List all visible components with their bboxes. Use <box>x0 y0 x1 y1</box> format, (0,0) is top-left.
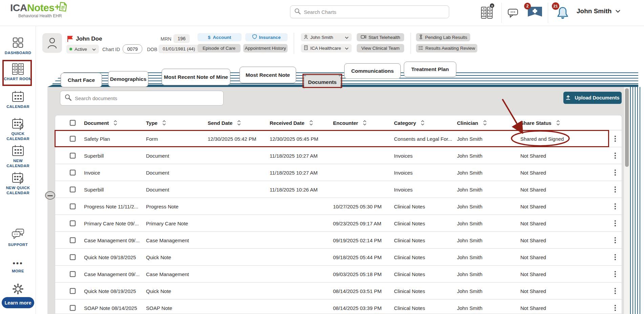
row-checkbox[interactable] <box>70 271 76 277</box>
row-actions-kebab[interactable] <box>612 236 618 245</box>
column-header-send-date[interactable]: Send Date <box>208 120 241 126</box>
row-actions-kebab[interactable] <box>612 219 618 228</box>
chart-id-value[interactable]: 0079 <box>123 44 142 53</box>
file-cabinet-icon <box>0 63 36 75</box>
sidebar-item-more[interactable]: ••• MORE <box>0 260 36 274</box>
patient-flag-icon[interactable] <box>67 36 73 44</box>
column-header-document[interactable]: Document <box>84 120 117 126</box>
row-checkbox[interactable] <box>70 220 76 226</box>
chart-clip-handle[interactable] <box>45 191 55 200</box>
chevron-down-icon <box>92 47 96 52</box>
row-checkbox[interactable] <box>70 136 76 141</box>
column-header-share-status[interactable]: Share Status <box>520 120 560 126</box>
tab-demographics[interactable]: Demographics <box>108 71 148 87</box>
sidebar-item-chart-room[interactable]: CHART ROOM <box>0 63 36 82</box>
sidebar-item-support[interactable]: SUPPORT <box>0 228 36 247</box>
cell-share-status: Not Shared <box>520 153 546 158</box>
row-actions-kebab[interactable] <box>612 287 618 295</box>
column-header-clinician[interactable]: Clinician <box>457 120 487 126</box>
clinician-select[interactable]: John Smith <box>301 33 352 41</box>
tab-chart-face[interactable]: Chart Face <box>61 73 102 87</box>
row-checkbox[interactable] <box>70 305 76 311</box>
row-actions-kebab[interactable] <box>612 304 618 312</box>
messages-icon[interactable] <box>507 8 519 20</box>
cell-document: Superbill <box>84 186 104 192</box>
row-actions-kebab[interactable] <box>612 202 618 211</box>
learn-more-button[interactable]: Learn more <box>2 297 34 308</box>
row-actions-kebab[interactable] <box>612 151 618 160</box>
upload-documents-button[interactable]: Upload Documents <box>563 92 622 104</box>
tab-documents[interactable]: Documents <box>304 75 341 89</box>
calendar-icon <box>0 90 36 103</box>
row-checkbox[interactable] <box>70 153 76 158</box>
cell-type: Document <box>146 186 169 192</box>
table-row[interactable]: Case Management 09/... Case Management 0… <box>55 232 622 249</box>
patient-status-select[interactable]: Active <box>66 45 99 53</box>
results-awaiting-review-button[interactable]: Results Awaiting Review <box>416 44 477 52</box>
table-row[interactable]: Case Management 09/... Case Management 0… <box>55 266 622 283</box>
cell-category: Clinical Notes <box>394 237 425 243</box>
sort-icon <box>237 120 241 125</box>
table-row[interactable]: Safety Plan Form 12/30/2025 05:42 PM 12/… <box>55 130 622 147</box>
search-documents-input[interactable] <box>75 95 219 101</box>
sort-icon <box>363 120 367 125</box>
row-checkbox[interactable] <box>70 254 76 260</box>
cell-document: Superbill <box>84 153 104 158</box>
tab-most-recent-note[interactable]: Most Recent Note <box>240 67 296 83</box>
settings-gear-icon[interactable] <box>0 284 36 296</box>
table-row[interactable]: Superbill Document 11/18/2025 10:26 AM I… <box>55 181 622 198</box>
row-actions-kebab[interactable] <box>612 185 618 194</box>
table-row[interactable]: Quick Note 09/18/2025 Quick Note 09/18/2… <box>55 249 622 266</box>
table-row[interactable]: Quick Note 08/19/2025 Quick Note 08/14/2… <box>55 283 622 299</box>
row-checkbox[interactable] <box>70 203 76 209</box>
tab-most-recent-note-of-mine[interactable]: Most Recent Note of Mine <box>162 69 230 85</box>
sidebar-item-dashboard[interactable]: DASHBOARD <box>0 37 36 55</box>
cell-clinician: John Smith <box>457 153 482 158</box>
flag-badge: 2 <box>524 3 531 9</box>
table-row[interactable]: Primary Care Note 09/... Primary Care No… <box>55 215 622 232</box>
sidebar-item-new-quick-calendar[interactable]: NEW QUICK CALENDAR <box>0 172 36 196</box>
column-header-type[interactable]: Type <box>146 120 166 126</box>
table-row[interactable]: SOAP Note 08/14/2025 SOAP Note 08/14/202… <box>55 299 622 314</box>
calendar-icon <box>0 144 36 157</box>
sort-icon <box>556 120 560 125</box>
tab-treatment-plan[interactable]: Treatment Plan <box>404 62 456 77</box>
table-row[interactable]: Superbill Document 11/18/2025 10:27 AM I… <box>55 147 622 164</box>
user-menu[interactable]: John Smith <box>577 7 620 15</box>
row-actions-kebab[interactable] <box>612 253 618 262</box>
row-actions-kebab[interactable] <box>612 134 618 143</box>
pending-lab-results-button[interactable]: Pending Lab Results <box>416 33 470 41</box>
row-checkbox[interactable] <box>70 288 76 294</box>
column-header-encounter[interactable]: Encounter <box>333 120 367 126</box>
row-checkbox[interactable] <box>70 170 76 175</box>
column-header-category[interactable]: Category <box>394 120 424 126</box>
patient-avatar[interactable] <box>42 33 62 53</box>
vertical-scrollbar[interactable] <box>624 87 630 314</box>
tab-communications[interactable]: Communications <box>344 63 401 79</box>
start-telehealth-button[interactable]: Start Telehealth <box>357 33 404 41</box>
view-clinical-team-button[interactable]: View Clinical Team <box>357 44 404 52</box>
appointment-history-button[interactable]: Appointment History <box>243 44 288 52</box>
scrollbar-thumb[interactable] <box>625 88 629 167</box>
sidebar-item-quick-calendar[interactable]: QUICK CALENDAR <box>0 117 36 141</box>
row-actions-kebab[interactable] <box>612 168 618 177</box>
insurance-button[interactable]: Insurance <box>245 33 288 41</box>
table-row[interactable]: Progress Note 11/11/2... Progress Note 1… <box>55 198 622 215</box>
cell-share-status: Not Shared <box>520 220 546 226</box>
office-select[interactable]: ICA Healthcare Offi <box>301 44 352 52</box>
row-actions-kebab[interactable] <box>612 270 618 278</box>
cell-share-status: Not Shared <box>520 186 546 192</box>
search-charts-input[interactable] <box>304 9 445 15</box>
cell-share-status: Not Shared <box>520 254 546 260</box>
cell-encounter: 09/18/2025 05:44 PM <box>333 254 381 260</box>
account-button[interactable]: $ Account <box>198 33 242 41</box>
row-checkbox[interactable] <box>70 186 76 192</box>
sidebar-item-new-calendar[interactable]: NEW CALENDAR <box>0 144 36 169</box>
icanotes-logo[interactable]: ICANotes + <box>10 3 67 13</box>
select-all-checkbox[interactable] <box>70 120 76 126</box>
row-checkbox[interactable] <box>70 237 76 243</box>
sidebar-item-calendar[interactable]: CALENDAR <box>0 90 36 109</box>
column-header-received-date[interactable]: Received Date <box>270 120 313 126</box>
table-row[interactable]: Invoice Document 11/18/2025 10:27 AM Inv… <box>55 164 622 181</box>
episode-of-care-button[interactable]: Episode of Care <box>198 44 241 52</box>
